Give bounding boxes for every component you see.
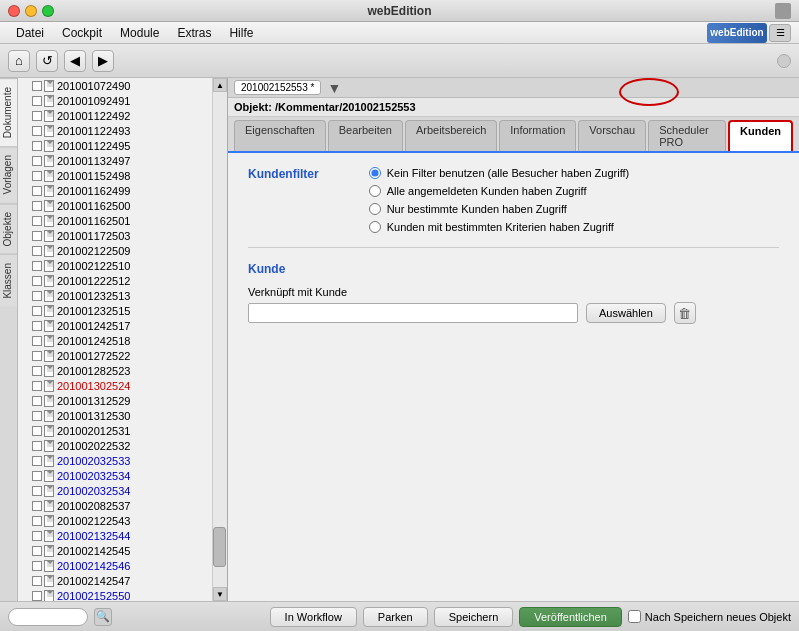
list-item[interactable]: 201002122543 [18,513,212,528]
window-controls [8,5,54,17]
list-item[interactable]: 201001092491 [18,93,212,108]
next-button[interactable]: ▶ [92,50,114,72]
home-icon: ⌂ [15,53,23,68]
object-path: Objekt: /Kommentar/201002152553 [228,98,799,117]
list-item[interactable]: 201002082537 [18,498,212,513]
radio-bestimmte-kunden[interactable] [369,203,381,215]
tab-kunden[interactable]: Kunden [728,120,793,151]
menu-cockpit[interactable]: Cockpit [54,24,110,42]
list-item[interactable]: 201002012531 [18,423,212,438]
kundenfilter-section: Kundenfilter Kein Filter benutzen (alle … [248,167,779,233]
list-item[interactable]: 201001122493 [18,123,212,138]
document-tab-1[interactable]: 201002152553 * [234,80,321,95]
sidebar-scrollbar[interactable]: ▲ ▼ [212,78,227,601]
kunde-input-row: Auswählen 🗑 [248,302,779,324]
trash-icon: 🗑 [678,306,691,321]
list-item[interactable]: 201002132544 [18,528,212,543]
parken-button[interactable]: Parken [363,607,428,627]
verknuepft-label: Verknüpft mit Kunde [248,286,779,298]
close-button[interactable] [8,5,20,17]
menu-datei[interactable]: Datei [8,24,52,42]
radio-alle-angemeldeten[interactable] [369,185,381,197]
prev-button[interactable]: ◀ [64,50,86,72]
list-item[interactable]: 201001222512 [18,273,212,288]
list-item[interactable]: 201001312529 [18,393,212,408]
scroll-thumb[interactable] [213,527,226,567]
content-area: 201002152553 * ▼ Objekt: /Kommentar/2010… [228,78,799,601]
titlebar: webEdition [0,0,799,22]
list-item[interactable]: 201001282523 [18,363,212,378]
veroeffentlichen-button[interactable]: Veröffentlichen [519,607,622,627]
list-item[interactable]: 201002142547 [18,573,212,588]
search-icon: 🔍 [96,610,110,623]
list-item[interactable]: 201002122510 [18,258,212,273]
tab-bearbeiten[interactable]: Bearbeiten [328,120,403,151]
tab-information[interactable]: Information [499,120,576,151]
radio-kriterien[interactable] [369,221,381,233]
nach-speichern-option: Nach Speichern neues Objekt [628,610,791,623]
list-item[interactable]: 201001272522 [18,348,212,363]
tab-scheduler[interactable]: Scheduler PRO [648,120,726,151]
speichern-button[interactable]: Speichern [434,607,514,627]
workflow-button[interactable]: In Workflow [270,607,357,627]
search-input[interactable] [8,608,88,626]
list-item[interactable]: 201001132497 [18,153,212,168]
list-item[interactable]: 201002122509 [18,243,212,258]
list-item[interactable]: 201002032534 [18,483,212,498]
list-item[interactable]: 201001072490 [18,78,212,93]
tab-vorschau[interactable]: Vorschau [578,120,646,151]
refresh-icon: ↺ [42,53,53,68]
list-item[interactable]: 201002142545 [18,543,212,558]
menu-hilfe[interactable]: Hilfe [221,24,261,42]
list-item[interactable]: 201001152498 [18,168,212,183]
sidebar-tab-klassen[interactable]: Klassen [0,254,17,307]
sidebar-tab-vorlagen[interactable]: Vorlagen [0,146,17,202]
sidebar-tab-dokumente[interactable]: Dokumente [0,78,17,146]
list-item[interactable]: 201001232513 [18,288,212,303]
list-item[interactable]: 201001302524 [18,378,212,393]
list-item[interactable]: 201002142546 [18,558,212,573]
tab-arbeitsbereich[interactable]: Arbeitsbereich [405,120,497,151]
delete-kunde-button[interactable]: 🗑 [674,302,696,324]
radio-kein-filter[interactable] [369,167,381,179]
list-item[interactable]: 201001242518 [18,333,212,348]
scroll-up-button[interactable]: ▲ [213,78,227,92]
menubar: Datei Cockpit Module Extras Hilfe webEdi… [0,22,799,44]
sidebar-tab-objekte[interactable]: Objekte [0,203,17,254]
list-item[interactable]: 201002022532 [18,438,212,453]
maximize-button[interactable] [42,5,54,17]
tab-eigenschaften[interactable]: Eigenschaften [234,120,326,151]
list-item[interactable]: 201001122495 [18,138,212,153]
kunde-input-field[interactable] [248,303,578,323]
list-item[interactable]: 201001162501 [18,213,212,228]
content-header: 201002152553 * ▼ [228,78,799,98]
toolbar-icon-right: ☰ [769,24,791,42]
scroll-track[interactable] [213,92,227,587]
search-button[interactable]: 🔍 [94,608,112,626]
object-path-label: Objekt: /Kommentar/201002152553 [234,101,416,113]
nach-speichern-checkbox[interactable] [628,610,641,623]
kunde-section: Kunde Verknüpft mit Kunde Auswählen 🗑 [248,262,779,324]
list-item[interactable]: 201001122492 [18,108,212,123]
list-item[interactable]: 201001242517 [18,318,212,333]
home-button[interactable]: ⌂ [8,50,30,72]
list-item[interactable]: 201001312530 [18,408,212,423]
list-item[interactable]: 201002032533 [18,453,212,468]
radio-label-2: Alle angemeldeten Kunden haben Zugriff [387,185,587,197]
list-item[interactable]: 201001232515 [18,303,212,318]
minimize-button[interactable] [25,5,37,17]
scroll-down-button[interactable]: ▼ [213,587,227,601]
list-item[interactable]: 201001162500 [18,198,212,213]
list-item[interactable]: 201002152550 [18,588,212,601]
list-item[interactable]: 201001162499 [18,183,212,198]
nach-speichern-label: Nach Speichern neues Objekt [645,611,791,623]
auswahlen-button[interactable]: Auswählen [586,303,666,323]
prev-icon: ◀ [70,53,80,68]
list-item[interactable]: 201002032534 [18,468,212,483]
refresh-button[interactable]: ↺ [36,50,58,72]
menu-module[interactable]: Module [112,24,167,42]
window-title: webEdition [368,4,432,18]
radio-label-3: Nur bestimmte Kunden haben Zugriff [387,203,567,215]
menu-extras[interactable]: Extras [169,24,219,42]
list-item[interactable]: 201001172503 [18,228,212,243]
